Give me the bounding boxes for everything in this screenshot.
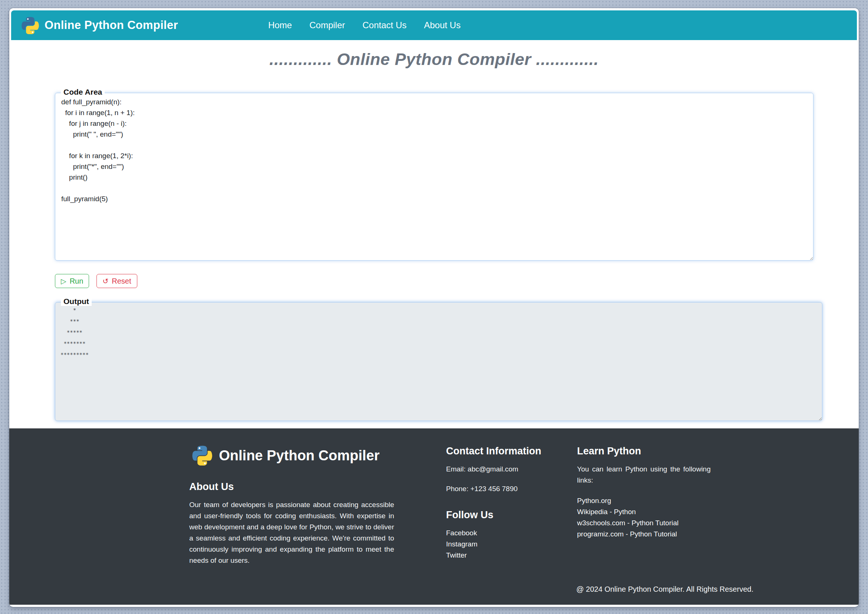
learn-link-programiz[interactable]: programiz.com - Python Tutorial: [577, 529, 711, 540]
nav-contact-us[interactable]: Contact Us: [363, 20, 407, 31]
learn-link-wikipedia[interactable]: Wikipedia - Python: [577, 506, 711, 518]
main-nav: Home Compiler Contact Us About Us: [268, 20, 461, 31]
output-textarea[interactable]: * *** ***** ******* *********: [55, 302, 822, 421]
footer-contact-column: Contact Information Email: abc@gmail.com…: [446, 445, 542, 561]
learn-link-w3schools[interactable]: w3schools.com - Python Tutorial: [577, 518, 711, 529]
social-link-facebook[interactable]: Facebook: [446, 527, 542, 539]
output-label: Output: [61, 297, 91, 306]
footer-learn-intro: You can learn Python using the following…: [577, 464, 711, 486]
reset-button[interactable]: ↺ Reset: [96, 274, 137, 288]
footer-follow-heading: Follow Us: [446, 509, 542, 521]
contact-email: Email: abc@gmail.com: [446, 464, 542, 475]
footer-about-column: Online Python Compiler About Us Our team…: [189, 445, 394, 566]
run-button-label: Run: [70, 277, 84, 285]
brand[interactable]: Online Python Compiler: [22, 17, 178, 34]
footer-contact-heading: Contact Information: [446, 445, 542, 457]
site-container: Online Python Compiler Home Compiler Con…: [9, 8, 859, 607]
code-area-section: Code Area def full_pyramid(n): for i in …: [55, 93, 814, 260]
footer-columns: Online Python Compiler About Us Our team…: [9, 445, 859, 566]
page-title: ............. Online Python Compiler ...…: [9, 50, 859, 69]
reset-button-label: Reset: [112, 277, 131, 285]
learn-links-list: Python.org Wikipedia - Python w3schools.…: [577, 495, 711, 540]
learn-link-python-org[interactable]: Python.org: [577, 495, 711, 506]
play-icon: ▷: [61, 278, 67, 285]
footer: Online Python Compiler About Us Our team…: [9, 428, 859, 605]
footer-learn-heading: Learn Python: [577, 445, 711, 457]
nav-about-us[interactable]: About Us: [424, 20, 460, 31]
brand-title: Online Python Compiler: [45, 19, 178, 32]
contact-phone: Phone: +123 456 7890: [446, 483, 542, 495]
action-buttons: ▷ Run ↺ Reset: [55, 274, 859, 288]
nav-home[interactable]: Home: [268, 20, 292, 31]
footer-brand: Online Python Compiler: [192, 445, 394, 465]
copyright: @ 2024 Online Python Compiler. All Right…: [576, 585, 753, 594]
run-button[interactable]: ▷ Run: [55, 274, 89, 288]
reset-icon: ↺: [102, 278, 108, 285]
footer-learn-column: Learn Python You can learn Python using …: [577, 445, 711, 540]
python-logo-icon: [192, 445, 212, 465]
footer-about-text: Our team of developers is passionate abo…: [189, 499, 394, 566]
top-navbar: Online Python Compiler Home Compiler Con…: [11, 10, 857, 40]
python-logo-icon: [22, 17, 39, 34]
code-editor-textarea[interactable]: def full_pyramid(n): for i in range(1, n…: [55, 93, 814, 260]
social-link-twitter[interactable]: Twitter: [446, 550, 542, 561]
nav-compiler[interactable]: Compiler: [310, 20, 345, 31]
social-link-instagram[interactable]: Instagram: [446, 539, 542, 550]
code-area-label: Code Area: [61, 88, 105, 96]
footer-about-heading: About Us: [189, 481, 394, 493]
output-section: Output * *** ***** ******* *********: [55, 302, 822, 421]
footer-brand-title: Online Python Compiler: [219, 448, 380, 464]
